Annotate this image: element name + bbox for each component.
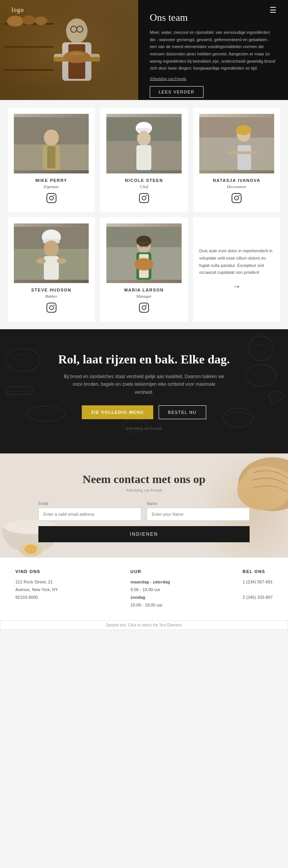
team-image-natasja (199, 114, 274, 173)
menu-button[interactable]: ZIE VOLLEDIG MENU (82, 405, 153, 419)
svg-rect-24 (47, 193, 56, 203)
freepik-attribution: Afbeelding van Freepik (150, 77, 276, 81)
footer-hours-weekday: maandag - zaterdag (131, 580, 170, 584)
name-input[interactable] (147, 508, 250, 521)
team-role-natasja: Decorateur (227, 184, 247, 189)
footer-address-line1: 121 Rock Street, 21 (15, 580, 53, 584)
footer-section: VIND ONS 121 Rock Street, 21 Avenue, New… (0, 558, 288, 620)
logo[interactable]: logo (12, 7, 24, 13)
sample-text-bar: Sample text. Click to select the Text El… (0, 620, 288, 630)
team-name-maria: MARIA LARSON (124, 288, 164, 292)
svg-rect-23 (47, 146, 55, 168)
form-row-1: Email Name (38, 501, 250, 521)
footer-address-line3: 92103-9000 (15, 595, 38, 600)
instagram-icon-nicole[interactable] (139, 193, 149, 206)
bakery-section-title: Rol, laat rijzen en bak. Elke dag. (31, 352, 257, 367)
svg-point-25 (50, 196, 53, 200)
team-role-maria: Manager (136, 294, 152, 298)
svg-point-21 (44, 130, 59, 146)
team-section: MIKE PERRY Eigenaar (0, 100, 288, 329)
team-card-natasja: NATASJA IVANOVA Decorateur (193, 108, 280, 212)
team-role-nicole: Chef (140, 184, 148, 189)
team-card-nicole: NICOLE STEEN Chef (100, 108, 187, 212)
name-label: Name (147, 501, 250, 506)
instagram-icon-natasja[interactable] (231, 193, 242, 206)
footer-phone-2: 2 (345) 333-897 (243, 595, 273, 600)
instagram-icon-steve[interactable] (46, 302, 57, 315)
footer-hours-sunday-time: 10.00 - 18.00 uur (131, 603, 163, 607)
svg-point-45 (235, 196, 238, 200)
svg-point-54 (36, 258, 46, 263)
svg-rect-4 (4, 69, 54, 71)
team-name-mike: MIKE PERRY (35, 178, 67, 183)
footer-heading-hours: UUR (131, 569, 170, 574)
contact-form: Email Name INDIENEN (38, 501, 250, 542)
team-role-steve: Bakker (45, 294, 57, 298)
footer-address-line2: Avenue, New York, NY (15, 587, 58, 592)
email-field: Email (38, 501, 141, 521)
team-image-maria (106, 223, 181, 283)
hero-section: logo ☰ (0, 0, 288, 100)
contact-title: Neem contact met ons op (38, 473, 250, 486)
team-card-mike: MIKE PERRY Eigenaar (8, 108, 95, 212)
svg-rect-77 (6, 387, 33, 395)
sample-text: Sample text. Click to select the Text El… (106, 623, 182, 627)
svg-point-35 (142, 196, 146, 200)
team-name-nicole: NICOLE STEEN (125, 178, 163, 183)
svg-point-73 (246, 365, 276, 386)
lees-verder-button[interactable]: LEES VERDER (150, 86, 204, 98)
svg-rect-53 (44, 256, 59, 280)
svg-rect-56 (47, 303, 56, 312)
team-name-natasja: NATASJA IVANOVA (213, 178, 260, 183)
instagram-icon-mike[interactable] (46, 193, 57, 206)
svg-rect-42 (237, 145, 251, 170)
svg-rect-33 (136, 145, 151, 170)
footer-hours-sunday: zondag (131, 595, 146, 600)
svg-rect-3 (4, 46, 54, 48)
footer-phone-1: 1 (234) 567-891 (243, 580, 273, 584)
team-name-steve: STEVE HUDSON (31, 288, 71, 292)
instagram-icon-maria[interactable] (139, 302, 149, 315)
email-label: Email (38, 501, 141, 506)
bakery-section-desc: Bij brood en sandwiches staat versheid g… (63, 373, 225, 396)
bakery-freepik: Afbeelding van Freepik (31, 426, 257, 430)
order-button[interactable]: BESTEL NU (159, 405, 206, 419)
svg-point-84 (25, 545, 37, 554)
team-grid: MIKE PERRY Eigenaar (8, 108, 280, 322)
team-arrow-link[interactable]: → (232, 282, 241, 292)
team-role-mike: Eigenaar (43, 184, 59, 189)
footer-col-hours: UUR maandag - zaterdag 9.00 - 19.00 uur … (131, 569, 170, 609)
svg-rect-38 (199, 117, 274, 138)
svg-rect-78 (8, 392, 31, 395)
svg-rect-44 (232, 193, 241, 203)
svg-rect-43 (227, 151, 257, 154)
svg-rect-69 (139, 303, 149, 312)
footer-hours-weekday-time: 9.00 - 19.00 uur (131, 587, 161, 592)
svg-point-68 (134, 258, 154, 270)
email-input[interactable] (38, 508, 141, 521)
name-field: Name (147, 501, 250, 521)
footer-col-phone: BEL ONS 1 (234) 567-891 2 (345) 333-897 (243, 569, 273, 609)
team-card-steve: STEVE HUDSON Bakker (8, 217, 95, 322)
footer-col-address: VIND ONS 121 Rock Street, 21 Avenue, New… (15, 569, 58, 609)
svg-point-58 (53, 305, 55, 306)
svg-point-70 (142, 306, 146, 310)
footer-heading-phone: BEL ONS (243, 569, 273, 574)
svg-rect-34 (139, 193, 149, 203)
svg-point-26 (53, 195, 55, 196)
submit-button[interactable]: INDIENEN (38, 526, 250, 542)
hamburger-icon[interactable]: ☰ (270, 5, 276, 15)
svg-point-57 (50, 306, 53, 310)
svg-point-36 (146, 195, 147, 196)
svg-point-71 (146, 305, 147, 306)
svg-point-41 (236, 125, 251, 135)
bakery-dark-section: Rol, laat rijzen en bak. Elke dag. Bij b… (0, 329, 288, 453)
team-card-maria: MARIA LARSON Manager (100, 217, 187, 322)
bakery-buttons: ZIE VOLLEDIG MENU BESTEL NU (31, 405, 257, 419)
team-image-steve (14, 223, 89, 283)
footer-heading-address: VIND ONS (15, 569, 58, 574)
svg-point-55 (57, 258, 66, 263)
svg-point-52 (44, 240, 59, 257)
team-image-mike (14, 114, 89, 173)
hero-description: Meel, water, zeezout en rijsmiddel: vier… (150, 29, 276, 72)
